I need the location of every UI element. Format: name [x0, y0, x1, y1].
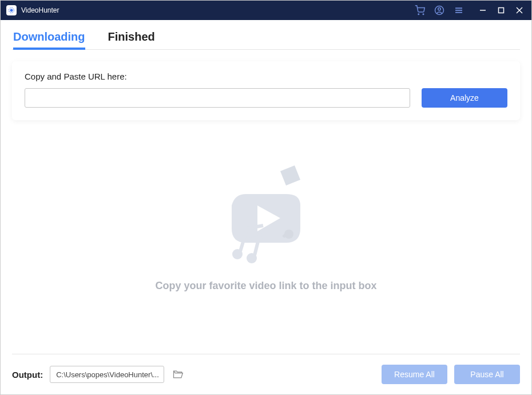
- titlebar: VideoHunter: [1, 1, 531, 20]
- pause-all-button[interactable]: Pause All: [454, 365, 520, 384]
- minimize-icon[interactable]: [478, 5, 488, 15]
- analyze-button[interactable]: Analyze: [422, 88, 507, 108]
- footer: Output: C:\Users\popes\VideoHunter\... R…: [12, 354, 520, 394]
- tab-downloading[interactable]: Downloading: [13, 30, 85, 49]
- titlebar-right: [414, 4, 525, 17]
- svg-point-2: [418, 14, 419, 15]
- url-input[interactable]: [25, 88, 410, 108]
- empty-state: Copy your favorite video link to the inp…: [12, 120, 520, 354]
- app-title: VideoHunter: [21, 6, 59, 14]
- output-label: Output:: [12, 370, 43, 380]
- app-logo-icon: [6, 5, 17, 15]
- menu-icon[interactable]: [452, 4, 465, 17]
- folder-icon[interactable]: [171, 368, 185, 381]
- close-icon[interactable]: [514, 5, 525, 15]
- url-row: Analyze: [25, 88, 507, 108]
- empty-illustration-icon: [206, 160, 326, 268]
- tab-finished[interactable]: Finished: [108, 30, 155, 49]
- url-label: Copy and Paste URL here:: [25, 72, 507, 81]
- content-area: Downloading Finished Copy and Paste URL …: [1, 20, 531, 354]
- url-card: Copy and Paste URL here: Analyze: [12, 61, 520, 120]
- maximize-icon[interactable]: [496, 5, 506, 15]
- cart-icon[interactable]: [414, 4, 426, 17]
- empty-state-message: Copy your favorite video link to the inp…: [155, 280, 376, 292]
- svg-point-5: [438, 8, 441, 11]
- svg-point-3: [423, 14, 424, 15]
- tabs: Downloading Finished: [12, 20, 520, 50]
- user-icon[interactable]: [433, 4, 446, 17]
- svg-rect-10: [499, 8, 504, 13]
- svg-point-0: [10, 9, 13, 12]
- output-path[interactable]: C:\Users\popes\VideoHunter\...: [50, 366, 164, 383]
- resume-all-button[interactable]: Resume All: [382, 365, 447, 384]
- window-controls: [478, 5, 525, 15]
- titlebar-left: VideoHunter: [6, 5, 59, 15]
